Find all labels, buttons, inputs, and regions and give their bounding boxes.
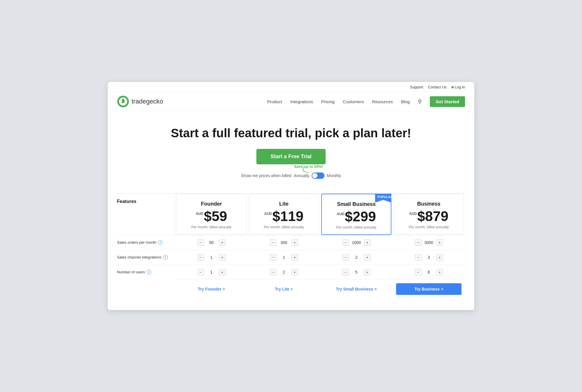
small-biz-channels-plus[interactable]: + [364,254,370,261]
try-lite-button[interactable]: Try Lite > [275,287,293,291]
business-channels-val: 3 [424,255,434,260]
sales-orders-info-icon[interactable]: i [158,240,163,245]
founder-channels-plus[interactable]: + [219,254,226,261]
business-channels-plus[interactable]: + [436,254,443,261]
founder-users-plus[interactable]: + [219,269,226,275]
business-orders-minus[interactable]: − [415,239,421,246]
small-biz-sub: Per month, billed annually [327,225,386,229]
business-orders-val: 3000 [424,240,434,245]
small-biz-orders-cell: − 1000 + [320,235,393,250]
founder-sub: Per month, billed annually [181,225,242,229]
save-badge: Save up to 20%! [294,164,323,169]
get-started-button[interactable]: Get Started [430,96,465,107]
business-channels-stepper: − 3 + [415,254,443,261]
founder-orders-minus[interactable]: − [198,239,204,246]
hero-section: Start a full featured trial, pick a plan… [108,112,474,193]
logo[interactable]: tradegecko [117,95,163,108]
plan-founder-header: Founder AUD $59 Per month, billed annual… [177,194,246,234]
contact-link[interactable]: Contact Us [428,85,446,89]
login-dot [451,86,454,88]
lite-orders-val: 300 [279,240,289,245]
founder-users-stepper: − 1 + [198,269,226,275]
small-biz-orders-val: 1000 [351,240,362,245]
founder-channels-minus[interactable]: − [198,254,204,261]
small-biz-users-plus[interactable]: + [364,269,370,275]
users-info-icon[interactable]: i [147,270,151,275]
business-sub: Per month, billed annually [399,225,459,229]
small-biz-channels-val: 2 [351,255,362,260]
business-channels-minus[interactable]: − [415,254,421,261]
founder-orders-plus[interactable]: + [219,239,226,246]
small-biz-users-stepper: − 5 + [343,269,370,275]
nav-resources[interactable]: Resources [372,99,393,104]
lite-sub: Per month, billed annually [254,225,314,229]
small-biz-try-cell: Try Small Business > [320,279,393,298]
small-biz-users-minus[interactable]: − [343,269,349,275]
founder-orders-cell: − 50 + [175,235,248,250]
lite-orders-plus[interactable]: + [292,239,298,246]
toggle-knob [312,173,317,178]
business-users-plus[interactable]: + [436,269,443,275]
founder-price-wrap: AUD $59 [181,209,242,223]
features-label: Features [117,194,175,207]
sales-orders-label-cell: Sales orders per month i [117,235,175,250]
lite-price-wrap: AUD $119 [254,209,314,223]
billing-label: Show me prices when billed [241,173,292,178]
channels-info-icon[interactable]: i [163,255,168,260]
nav-customers[interactable]: Customers [343,99,364,104]
try-founder-button[interactable]: Try Founder > [198,287,225,291]
business-users-val: 8 [424,270,434,275]
small-biz-price-wrap: AUD $299 [327,210,386,224]
users-label-cell: Number of users i [117,265,175,279]
lite-channels-val: 1 [279,255,289,260]
founder-orders-val: 50 [206,240,217,245]
founder-currency: AUD [196,212,203,216]
business-users-minus[interactable]: − [415,269,421,275]
plan-founder: Founder AUD $59 Per month, billed annual… [176,194,246,235]
nav-links: Product Integrations Pricing Customers R… [267,96,465,107]
founder-orders-stepper: − 50 + [198,239,226,246]
login-link[interactable]: Log in [451,85,465,89]
business-users-cell: − 8 + [393,265,465,279]
business-users-stepper: − 8 + [415,269,443,275]
lite-users-val: 2 [279,270,289,275]
founder-users-val: 1 [206,270,217,275]
search-icon[interactable]: ⚲ [418,98,422,105]
small-biz-channels-cell: − 2 + [320,250,393,265]
business-orders-plus[interactable]: + [436,239,443,246]
nav-product[interactable]: Product [267,99,282,104]
business-try-cell: Try Business > [393,279,465,298]
channels-label-cell: Sales channel integrations i [117,250,175,265]
support-link[interactable]: Support [410,85,423,89]
lite-channels-plus[interactable]: + [292,254,298,261]
business-orders-stepper: − 3000 + [415,239,443,246]
plan-business: Business AUD $879 Per month, billed annu… [394,194,464,235]
try-small-business-button[interactable]: Try Small Business > [336,287,377,291]
small-biz-currency: AUD [337,212,344,216]
nav-integrations[interactable]: Integrations [290,99,313,104]
plans-section: Features Founder AUD $59 Per month, bill… [108,193,474,310]
users-label: Number of users [117,270,145,274]
lite-orders-cell: − 300 + [248,235,320,250]
try-business-button[interactable]: Try Business > [396,283,462,295]
lite-users-plus[interactable]: + [292,269,298,275]
business-channels-cell: − 3 + [393,250,465,265]
founder-users-minus[interactable]: − [198,269,204,275]
lite-users-minus[interactable]: − [270,269,276,275]
lite-channels-minus[interactable]: − [270,254,276,261]
lite-try-cell: Try Lite > [248,279,320,298]
nav-blog[interactable]: Blog [401,99,410,104]
billing-toggle-switch[interactable] [312,172,324,179]
lite-name: Lite [254,201,314,207]
small-biz-channels-minus[interactable]: − [343,254,349,261]
logo-text: tradegecko [132,98,163,105]
annually-label: Annually [294,173,309,178]
lite-orders-minus[interactable]: − [270,239,276,246]
small-biz-orders-minus[interactable]: − [343,239,349,246]
lite-channels-stepper: − 1 + [270,254,298,261]
founder-channels-val: 1 [206,255,217,260]
small-biz-orders-plus[interactable]: + [364,239,370,246]
lite-price: $119 [272,209,304,223]
trial-button[interactable]: Start a Free Trial [256,149,325,164]
nav-pricing[interactable]: Pricing [321,99,335,104]
